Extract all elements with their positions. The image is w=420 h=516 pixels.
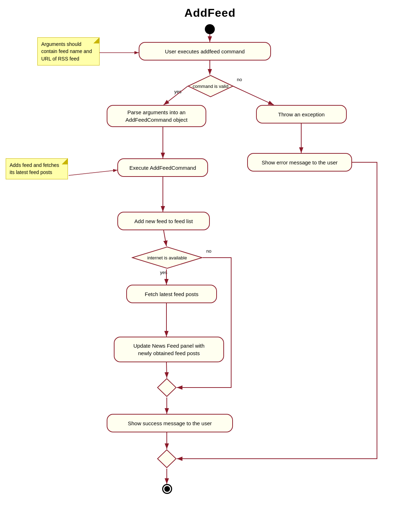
svg-line-16 xyxy=(164,230,166,246)
svg-text:internet is available: internet is available xyxy=(147,255,187,260)
user-executes-node: User executes addfeed command xyxy=(139,42,271,60)
svg-text:command is valid: command is valid xyxy=(193,84,228,89)
execute-command-node: Execute AddFeedCommand xyxy=(117,158,208,177)
yes-label-internet: yes xyxy=(160,270,167,275)
yes-label-command: yes xyxy=(174,89,181,94)
svg-line-12 xyxy=(233,86,274,105)
svg-marker-5 xyxy=(158,450,176,468)
no-label-command: no xyxy=(237,77,242,82)
merge-diamond xyxy=(157,378,177,399)
internet-diamond: internet is available xyxy=(132,246,203,271)
svg-marker-4 xyxy=(158,379,176,396)
svg-line-19 xyxy=(166,362,167,378)
update-panel-node: Update News Feed panel with newly obtain… xyxy=(114,337,224,362)
throw-exception-node: Throw an exception xyxy=(256,105,347,123)
parse-args-node: Parse arguments into an AddFeedCommand o… xyxy=(107,105,206,127)
no-label-internet: no xyxy=(206,248,211,254)
show-success-node: Show success message to the user xyxy=(107,414,233,432)
note-arguments: Arguments should contain feed name and U… xyxy=(37,37,100,65)
final-merge-diamond xyxy=(157,449,177,470)
note-addfeed: Adds feed and fetches its latest feed po… xyxy=(6,158,68,179)
fetch-posts-node: Fetch latest feed posts xyxy=(126,285,217,303)
show-error-node: Show error message to the user xyxy=(247,153,352,172)
add-feed-node: Add new feed to feed list xyxy=(117,212,210,230)
svg-line-8 xyxy=(69,170,117,175)
command-valid-diamond: command is valid xyxy=(187,75,234,99)
start-node xyxy=(205,24,215,34)
diagram-title: AddFeed xyxy=(0,6,420,20)
end-node xyxy=(162,484,172,494)
